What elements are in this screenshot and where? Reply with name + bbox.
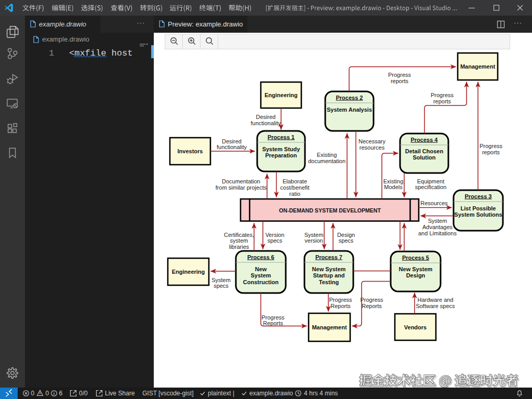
svg-text:0/0: 0/0: [79, 390, 88, 397]
svg-text:plaintext |: plaintext |: [208, 390, 234, 397]
svg-text:6: 6: [59, 390, 63, 397]
svg-text:example.drawio: example.drawio: [249, 390, 293, 397]
svg-text:GIST [vscode-gist]: GIST [vscode-gist]: [142, 390, 193, 397]
svg-text:0: 0: [46, 390, 49, 397]
svg-text:0: 0: [31, 390, 35, 397]
svg-text:4 hrs 4 mins: 4 hrs 4 mins: [304, 390, 338, 397]
svg-text:Live Share: Live Share: [105, 390, 135, 397]
